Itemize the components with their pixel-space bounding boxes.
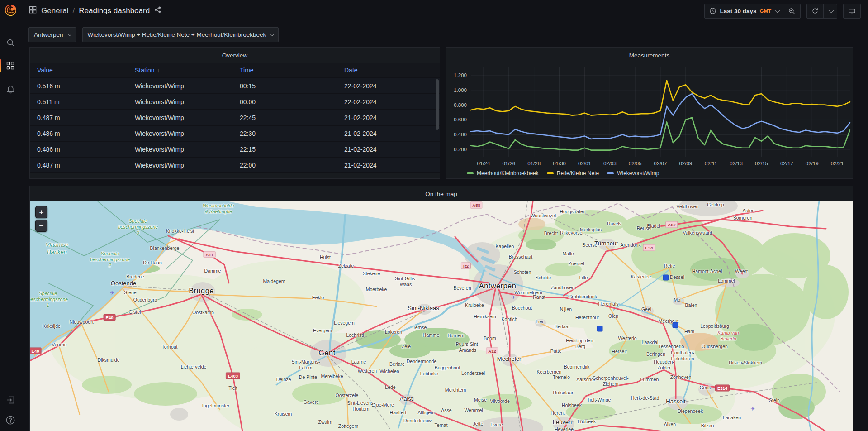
column-header[interactable]: Date [337,63,440,77]
measurements-panel: Measurements 01/2401/2601/2801/3002/0102… [446,47,853,179]
map-label: Stein [769,397,780,403]
station-marker[interactable] [597,326,603,332]
legend-item[interactable]: Retie/Kleine Nete [547,170,599,177]
table-cell: 21-02-2024 [337,110,440,125]
dashboards-icon[interactable] [5,60,16,71]
tv-mode-button[interactable] [844,4,860,18]
map-zoom-in-button[interactable]: + [35,206,47,218]
legend-item[interactable]: Meerhout/Kleinbroekbeek [467,170,539,177]
table-scrollbar[interactable] [436,79,439,130]
apps-grid-icon[interactable] [28,5,37,16]
map-label: Malle [562,251,574,257]
map-label: Oudsbergen [702,344,728,350]
road-badge: E34 [643,244,655,251]
map-label: Temse [413,325,427,330]
map-label: Bornem [448,333,465,339]
map-label: Lubbeek [578,419,596,425]
share-icon[interactable] [154,6,161,16]
overview-panel-title[interactable]: Overview [30,48,440,63]
map-label: Arendonk [621,242,641,248]
variable-stations-value: Wiekevorst/Wimp + Retie/Kleine Nete + Me… [88,31,266,38]
svg-text:01/26: 01/26 [502,161,515,166]
road-badge: A12 [486,348,498,354]
airport-icon: ✈ [110,290,114,297]
table-cell: 0.516 m [30,78,128,93]
help-icon[interactable] [5,415,16,426]
map-label: Kruisem [275,411,292,417]
map-label: Mechelen [497,355,522,363]
map-label: Oosterzele [336,393,359,398]
map-label: Zwalm [318,419,332,425]
map-panel: On the map [29,186,853,431]
map-label: Knokke-Heist [166,228,194,234]
map-label: Asse [441,407,451,413]
time-range-picker[interactable]: Last 30 days GMT [705,4,783,18]
map-label: Weert [735,268,748,274]
station-marker[interactable] [663,275,669,281]
map-label: Sint-Martens- Latem [291,359,320,371]
map-label: Hasselt [666,398,685,405]
map-label: Gistel [129,309,141,315]
legend-item[interactable]: Wiekevorst/Wimp [607,170,659,177]
station-marker[interactable] [673,322,678,328]
variable-region-dropdown[interactable]: Antwerpen [28,27,76,42]
road-badge: E314 [715,385,730,392]
map-label: Deinze [276,377,291,383]
column-header[interactable]: Value [30,63,128,77]
map-panel-title[interactable]: On the map [30,186,853,201]
zoom-out-time-button[interactable] [783,4,800,18]
map-label: Geel [641,306,651,312]
svg-text:02/13: 02/13 [730,161,743,166]
svg-text:1.000: 1.000 [454,87,467,93]
map-label: Lanaken [723,415,741,421]
refresh-interval-dropdown[interactable] [823,4,837,18]
map-label: Merelbeke [321,374,343,379]
grafana-logo[interactable] [4,3,18,17]
map-label: Zandhoven [551,285,575,291]
table-cell: Wiekevorst/Wimp [128,78,232,93]
map-label: Begijnendijk [564,364,590,370]
refresh-button[interactable] [807,4,823,18]
map-label: Dessel [670,274,684,280]
map-label: Beerse [582,242,597,248]
search-icon[interactable] [5,37,16,48]
map-label: Stekene [363,271,380,277]
sign-in-icon[interactable] [5,394,16,405]
alerting-bell-icon[interactable] [5,83,16,94]
map-label: Oostkamp [192,310,214,316]
map-label: Hamont-Achel [692,268,722,274]
map-label: Ham [684,329,694,335]
map-label: Diepenbeek [678,408,703,414]
chart-plot-area[interactable]: 01/2401/2601/2801/3002/0102/0302/0502/07… [446,64,853,167]
road-badge: E40 [104,314,116,321]
geomap[interactable]: Vlaamse BankenSpeciale beschermingszone … [30,201,853,431]
map-label: Lummen [640,377,659,383]
map-zoom-out-button[interactable]: − [35,220,47,232]
column-header[interactable]: Time [232,63,337,77]
breadcrumb-folder[interactable]: General [41,6,68,15]
map-label: Ingelmunster [202,403,230,409]
page-title[interactable]: Readings dashboard [79,6,150,15]
map-label: Grobbendonk [568,294,597,300]
timeseries-chart[interactable]: 01/2401/2601/2801/3002/0102/0302/0502/07… [446,63,853,177]
map-label: Lede [385,384,395,390]
template-variables: Antwerpen Wiekevorst/Wimp + Retie/Kleine… [28,27,279,42]
measurements-panel-title[interactable]: Measurements [446,48,853,63]
overview-table: ValueStation↓TimeDate 0.516 mWiekevorst/… [30,63,440,179]
column-header[interactable]: Station↓ [128,63,232,77]
map-label: Beveren [453,285,471,291]
map-label: Sint-Niklaas [408,305,439,312]
map-label: Olen [608,313,618,319]
map-label: Keerbergen [537,369,562,375]
variable-stations-dropdown[interactable]: Wiekevorst/Wimp + Retie/Kleine Nete + Me… [82,27,279,42]
map-label: Berlare [389,361,405,367]
map-label: Wuustwezel [531,213,556,219]
map-label: Valkenswaard [683,230,712,236]
svg-text:0.400: 0.400 [454,132,467,137]
map-label: Lievegem [334,320,355,326]
table-row: 0.487 mWiekevorst/Wimp22:4521-02-2024 [30,110,440,126]
map-label: Heusden- Zolder [654,359,674,371]
table-cell: 0.487 m [30,110,128,125]
sort-arrow-icon: ↓ [157,67,160,74]
table-row: 0.511 mWiekevorst/Wimp00:0022-02-2024 [30,94,440,110]
